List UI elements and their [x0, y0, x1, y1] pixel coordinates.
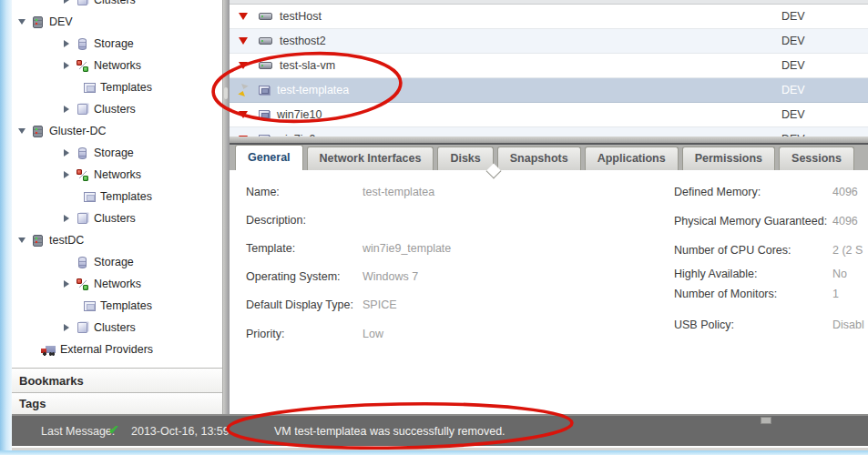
- expander-collapsed-icon[interactable]: [60, 59, 73, 72]
- tree-item-networks[interactable]: Networks: [12, 55, 222, 76]
- expander-expanded-icon[interactable]: [15, 125, 28, 137]
- expander-collapsed-icon[interactable]: [60, 103, 73, 116]
- network-icon: [77, 278, 89, 290]
- tree-item-label: Templates: [100, 81, 152, 94]
- network-icon: [77, 169, 89, 181]
- field-value: 4096: [832, 186, 858, 198]
- tree-item-label: DEV: [49, 15, 73, 28]
- expander-expanded-icon[interactable]: [15, 234, 28, 247]
- grid-row-win7ie9[interactable]: win7ie9DEV: [230, 127, 868, 136]
- field-label: USB Policy:: [674, 318, 734, 331]
- status-down-icon: [236, 111, 250, 118]
- vertical-splitter[interactable]: [222, 0, 230, 414]
- tree-item-label: Clusters: [94, 103, 136, 116]
- expander-placeholder: [60, 256, 73, 268]
- tree-item-templates[interactable]: Templates: [12, 295, 222, 317]
- status-down-glyph: [239, 37, 248, 45]
- accordion-tags-label: Tags: [19, 397, 46, 410]
- tree-item-label: Networks: [94, 168, 141, 181]
- status-down-glyph: [239, 62, 248, 69]
- cluster-name: DEV: [781, 108, 805, 121]
- grid-row-testhost[interactable]: testHostDEV: [230, 5, 868, 29]
- tree-item-label: Templates: [100, 190, 152, 203]
- field-usb-policy: USB Policy:Disabl: [674, 318, 868, 333]
- status-down-icon: [236, 13, 250, 20]
- vm-name: test-sla-vm: [280, 59, 335, 72]
- tree-item-label: Storage: [94, 147, 134, 159]
- accordion-bookmarks[interactable]: Bookmarks: [12, 368, 222, 392]
- tab-network-interfaces[interactable]: Network Interfaces: [307, 147, 434, 170]
- tab-applications[interactable]: Applications: [585, 147, 679, 170]
- expander-collapsed-icon[interactable]: [60, 0, 73, 6]
- vm-grid: testHostDEVtesthost2DEVtest-sla-vmDEVtes…: [230, 0, 868, 136]
- field-label: Description:: [246, 214, 306, 227]
- app-window: ClustersDEVStorageNetworksTemplatesClust…: [0, 0, 868, 455]
- grid-row-win7ie10[interactable]: win7ie10DEV: [230, 103, 868, 127]
- field-description: Description:: [246, 214, 610, 228]
- field-label: Defined Memory:: [674, 186, 761, 198]
- tree-item-networks[interactable]: Networks: [12, 164, 222, 186]
- tree-item-gluster-dc[interactable]: Gluster-DC: [12, 120, 222, 142]
- tree-item-clusters[interactable]: Clusters: [12, 0, 222, 11]
- tree-item-storage[interactable]: Storage: [12, 33, 222, 55]
- nav-tree-items: ClustersDEVStorageNetworksTemplatesClust…: [12, 0, 222, 360]
- field-value: 1: [832, 288, 839, 300]
- tab-snapshots[interactable]: Snapshots: [497, 147, 581, 170]
- tab-general[interactable]: General: [235, 145, 303, 170]
- tree-item-clusters[interactable]: Clusters: [12, 98, 222, 120]
- tree-item-templates[interactable]: Templates: [12, 186, 222, 207]
- expander-collapsed-icon[interactable]: [60, 321, 73, 334]
- tree-item-networks[interactable]: Networks: [12, 273, 222, 295]
- field-physical-memory-guaranteed: Physical Memory Guaranteed:4096: [674, 215, 868, 229]
- grid-row-test-templatea[interactable]: test-templateaDEV: [230, 78, 868, 103]
- desktop-vm-icon: [259, 86, 270, 95]
- field-label: Physical Memory Guaranteed:: [674, 215, 827, 228]
- tree-item-templates[interactable]: Templates: [12, 76, 222, 98]
- tab-permissions[interactable]: Permissions: [682, 147, 775, 170]
- tree-item-external-providers[interactable]: External Providers: [12, 339, 222, 360]
- cluster-name: DEV: [781, 59, 805, 72]
- tab-disks[interactable]: Disks: [437, 147, 493, 170]
- nav-tree-panel: ClustersDEVStorageNetworksTemplatesClust…: [12, 0, 222, 414]
- horizontal-splitter[interactable]: [230, 136, 868, 143]
- status-locked-glyph: [237, 84, 249, 97]
- tree-item-clusters[interactable]: Clusters: [12, 207, 222, 229]
- expander-collapsed-icon[interactable]: [60, 37, 73, 50]
- expander-placeholder: [67, 299, 80, 312]
- vm-name: testhost2: [280, 35, 326, 47]
- server-vm-icon: [259, 62, 272, 69]
- field-label: Name:: [246, 186, 280, 198]
- cluster-name: DEV: [781, 10, 805, 23]
- desktop-vm-icon: [259, 110, 270, 119]
- field-value: test-templatea: [363, 186, 434, 198]
- expander-collapsed-icon[interactable]: [60, 212, 73, 225]
- tree-item-label: External Providers: [60, 343, 153, 356]
- tree-item-clusters[interactable]: Clusters: [12, 317, 222, 339]
- template-icon: [84, 301, 96, 311]
- tree-item-label: Networks: [94, 59, 141, 72]
- tree-item-storage[interactable]: Storage: [12, 251, 222, 273]
- tree-item-label: Networks: [94, 278, 141, 290]
- tree-item-dev[interactable]: DEV: [12, 11, 222, 33]
- detail-tabbar: GeneralNetwork InterfacesDisksSnapshotsA…: [230, 143, 868, 170]
- expander-placeholder: [67, 190, 80, 203]
- field-label: Template:: [246, 242, 295, 255]
- field-value: win7ie9_template: [363, 242, 451, 255]
- field-label: Number of CPU Cores:: [674, 244, 791, 257]
- cluster-icon: [77, 213, 87, 224]
- status-bar: Last Message: ✔ 2013-Oct-16, 13:59 VM te…: [12, 414, 868, 446]
- expander-expanded-icon[interactable]: [15, 15, 28, 28]
- grid-row-testhost2[interactable]: testhost2DEV: [230, 29, 868, 54]
- accordion-tags[interactable]: Tags: [12, 392, 222, 414]
- expander-collapsed-icon[interactable]: [60, 278, 73, 290]
- field-number-of-cpu-cores: Number of CPU Cores:2 (2 S: [674, 244, 868, 258]
- tree-item-testdc[interactable]: testDC: [12, 229, 222, 251]
- tree-item-label: Templates: [100, 299, 152, 312]
- tab-sessions[interactable]: Sessions: [779, 147, 854, 170]
- statusbar-grip[interactable]: [761, 417, 771, 424]
- expander-collapsed-icon[interactable]: [60, 147, 73, 159]
- tree-item-storage[interactable]: Storage: [12, 142, 222, 164]
- expander-collapsed-icon[interactable]: [60, 168, 73, 181]
- grid-row-test-sla-vm[interactable]: test-sla-vmDEV: [230, 54, 868, 78]
- field-label: Number of Monitors:: [674, 288, 777, 300]
